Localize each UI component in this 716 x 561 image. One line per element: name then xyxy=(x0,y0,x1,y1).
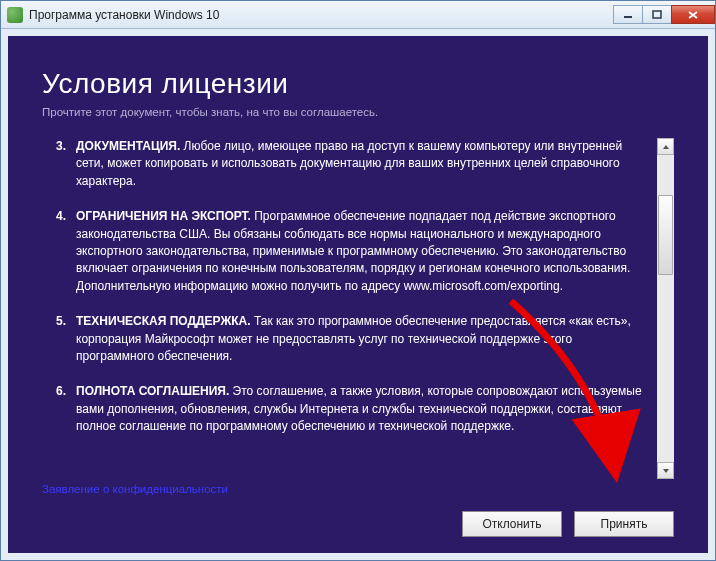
scrollbar-track[interactable] xyxy=(657,155,674,462)
minimize-button[interactable] xyxy=(613,5,643,24)
privacy-statement-link[interactable]: Заявление о конфиденциальности xyxy=(42,483,674,495)
license-text-area: 3. ДОКУМЕНТАЦИЯ. Любое лицо, имеющее пра… xyxy=(42,138,674,479)
app-icon xyxy=(7,7,23,23)
page-heading: Условия лицензии xyxy=(42,68,674,100)
close-button[interactable] xyxy=(671,5,715,24)
item-title: ДОКУМЕНТАЦИЯ. xyxy=(76,139,180,153)
license-list: 3. ДОКУМЕНТАЦИЯ. Любое лицо, имеющее пра… xyxy=(42,138,650,435)
titlebar[interactable]: Программа установки Windows 10 xyxy=(1,1,715,29)
svg-rect-1 xyxy=(653,11,661,18)
item-number: 6. xyxy=(42,383,76,435)
item-number: 3. xyxy=(42,138,76,190)
license-item: 3. ДОКУМЕНТАЦИЯ. Любое лицо, имеющее пра… xyxy=(42,138,650,190)
item-body: ДОКУМЕНТАЦИЯ. Любое лицо, имеющее право … xyxy=(76,138,650,190)
window-controls xyxy=(614,5,715,24)
license-item: 5. ТЕХНИЧЕСКАЯ ПОДДЕРЖКА. Так как это пр… xyxy=(42,313,650,365)
item-title: ПОЛНОТА СОГЛАШЕНИЯ. xyxy=(76,384,229,398)
page-subtitle: Прочтите этот документ, чтобы знать, на … xyxy=(42,106,674,118)
scroll-up-button[interactable] xyxy=(657,138,674,155)
close-icon xyxy=(687,10,699,20)
installer-panel: Условия лицензии Прочтите этот документ,… xyxy=(8,36,708,553)
item-number: 4. xyxy=(42,208,76,295)
item-title: ТЕХНИЧЕСКАЯ ПОДДЕРЖКА. xyxy=(76,314,251,328)
chevron-up-icon xyxy=(662,144,670,150)
license-item: 4. ОГРАНИЧЕНИЯ НА ЭКСПОРТ. Программное о… xyxy=(42,208,650,295)
button-row: Отклонить Принять xyxy=(42,511,674,537)
item-number: 5. xyxy=(42,313,76,365)
accept-button[interactable]: Принять xyxy=(574,511,674,537)
item-title: ОГРАНИЧЕНИЯ НА ЭКСПОРТ. xyxy=(76,209,251,223)
content-area: Условия лицензии Прочтите этот документ,… xyxy=(1,29,715,560)
maximize-icon xyxy=(652,10,662,20)
chevron-down-icon xyxy=(662,468,670,474)
decline-button[interactable]: Отклонить xyxy=(462,511,562,537)
window-title: Программа установки Windows 10 xyxy=(29,8,614,22)
minimize-icon xyxy=(623,10,633,20)
item-body: ПОЛНОТА СОГЛАШЕНИЯ. Это соглашение, а та… xyxy=(76,383,650,435)
scroll-down-button[interactable] xyxy=(657,462,674,479)
item-body: ОГРАНИЧЕНИЯ НА ЭКСПОРТ. Программное обес… xyxy=(76,208,650,295)
item-body: ТЕХНИЧЕСКАЯ ПОДДЕРЖКА. Так как это прогр… xyxy=(76,313,650,365)
scrollbar-thumb[interactable] xyxy=(658,195,673,275)
license-item: 6. ПОЛНОТА СОГЛАШЕНИЯ. Это соглашение, а… xyxy=(42,383,650,435)
svg-rect-0 xyxy=(624,16,632,18)
scrollbar[interactable] xyxy=(657,138,674,479)
window: Программа установки Windows 10 Условия л… xyxy=(0,0,716,561)
maximize-button[interactable] xyxy=(642,5,672,24)
